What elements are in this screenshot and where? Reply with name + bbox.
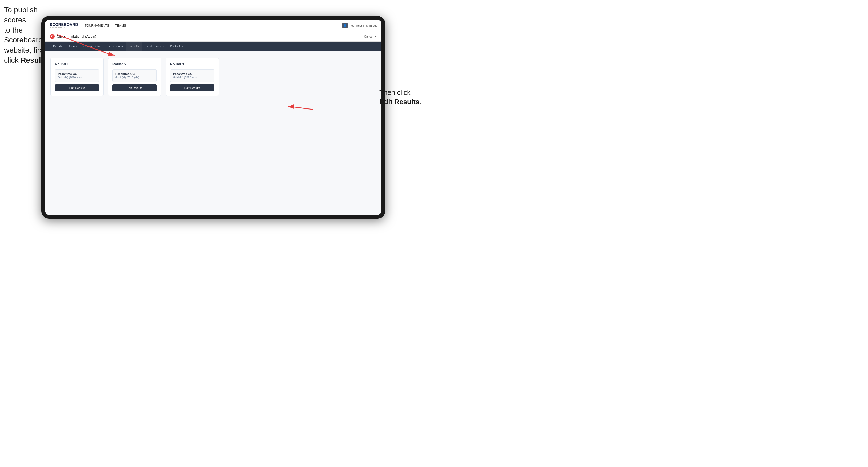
round-1-title: Round 1: [55, 62, 99, 66]
logo-area: SCOREBOARD Powered by clippd: [50, 23, 78, 29]
top-nav: SCOREBOARD Powered by clippd TOURNAMENTS…: [45, 20, 381, 31]
nav-teams[interactable]: TEAMS: [115, 23, 126, 29]
edit-results-button-3[interactable]: Edit Results: [170, 85, 214, 91]
tab-leaderboards[interactable]: Leaderboards: [142, 41, 167, 51]
tab-teams[interactable]: Teams: [65, 41, 80, 51]
round-3-title: Round 3: [170, 62, 214, 66]
tournament-icon: C: [50, 34, 55, 39]
course-details-2: Gold (M) (7010 yds): [116, 76, 154, 79]
round-card-2: Round 2 Peachtree GC Gold (M) (7010 yds)…: [108, 58, 161, 96]
main-content: Round 1 Peachtree GC Gold (M) (7010 yds)…: [45, 51, 381, 215]
course-name-1: Peachtree GC: [58, 72, 96, 75]
instruction-right: Then click Edit Results.: [379, 88, 429, 106]
tab-tee-groups[interactable]: Tee Groups: [104, 41, 126, 51]
user-avatar: 👤: [342, 23, 348, 28]
rounds-grid: Round 1 Peachtree GC Gold (M) (7010 yds)…: [51, 58, 376, 96]
course-name-2: Peachtree GC: [116, 72, 154, 75]
tab-printables[interactable]: Printables: [167, 41, 186, 51]
round-card-3: Round 3 Peachtree GC Gold (M) (7010 yds)…: [165, 58, 219, 96]
tab-course-setup[interactable]: Course Setup: [80, 41, 104, 51]
round-card-1: Round 1 Peachtree GC Gold (M) (7010 yds)…: [51, 58, 104, 96]
logo-powered: Powered by clippd: [50, 27, 78, 29]
course-details-3: Gold (M) (7010 yds): [173, 76, 211, 79]
edit-results-button-1[interactable]: Edit Results: [55, 85, 99, 91]
round-2-title: Round 2: [113, 62, 157, 66]
tab-nav: Details Teams Course Setup Tee Groups Re…: [45, 41, 381, 51]
course-name-3: Peachtree GC: [173, 72, 211, 75]
tournament-name: Clippd Invitational (Adein): [57, 34, 364, 38]
sign-out-link[interactable]: Sign out: [366, 24, 377, 27]
tab-details[interactable]: Details: [50, 41, 65, 51]
cancel-button[interactable]: Cancel ✕: [364, 35, 377, 38]
user-label: Test User |: [350, 24, 364, 27]
course-details-1: Gold (M) (7010 yds): [58, 76, 96, 79]
logo-scoreboard: SCOREBOARD: [50, 23, 78, 26]
user-icon: 👤: [343, 24, 347, 27]
tablet-frame: SCOREBOARD Powered by clippd TOURNAMENTS…: [41, 16, 385, 219]
course-card-3: Peachtree GC Gold (M) (7010 yds): [170, 69, 214, 82]
tablet-screen: SCOREBOARD Powered by clippd TOURNAMENTS…: [45, 20, 381, 215]
tournament-header: C Clippd Invitational (Adein) Cancel ✕: [45, 31, 381, 41]
edit-results-button-2[interactable]: Edit Results: [113, 85, 157, 91]
nav-right: 👤 Test User | Sign out: [342, 23, 377, 28]
nav-links: TOURNAMENTS TEAMS: [85, 23, 342, 29]
course-card-2: Peachtree GC Gold (M) (7010 yds): [113, 69, 157, 82]
tab-results[interactable]: Results: [126, 41, 142, 51]
course-card-1: Peachtree GC Gold (M) (7010 yds): [55, 69, 99, 82]
nav-tournaments[interactable]: TOURNAMENTS: [85, 23, 109, 29]
